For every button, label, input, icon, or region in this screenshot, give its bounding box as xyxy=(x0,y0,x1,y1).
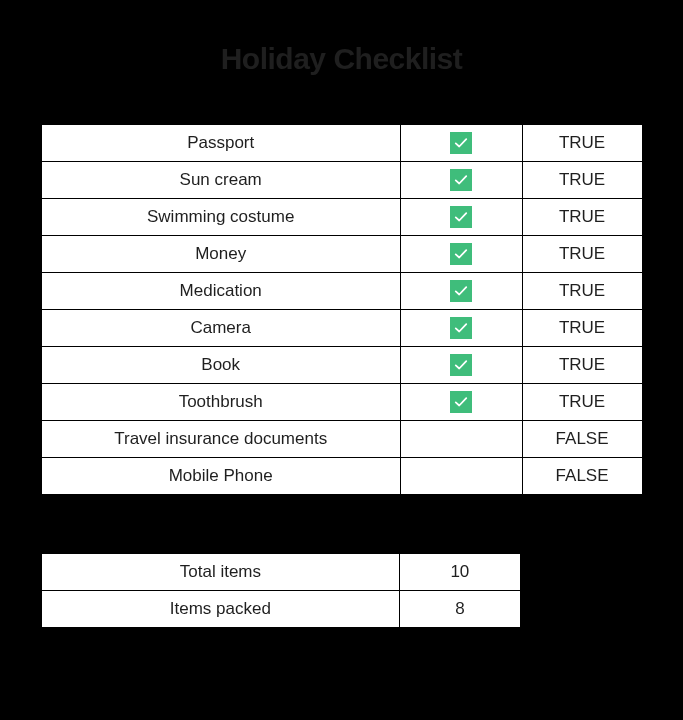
checkmark-icon xyxy=(450,169,472,191)
table-row: ToothbrushTRUE xyxy=(41,384,642,421)
table-row: Mobile PhoneFALSE xyxy=(41,458,642,495)
table-row: MoneyTRUE xyxy=(41,236,642,273)
item-status: TRUE xyxy=(522,199,642,236)
table-row: MedicationTRUE xyxy=(41,273,642,310)
item-name: Sun cream xyxy=(41,162,400,199)
item-name: Medication xyxy=(41,273,400,310)
item-status: TRUE xyxy=(522,384,642,421)
item-status: TRUE xyxy=(522,347,642,384)
item-name: Mobile Phone xyxy=(41,458,400,495)
item-status: TRUE xyxy=(522,125,642,162)
checkmark-icon xyxy=(450,391,472,413)
item-name: Passport xyxy=(41,125,400,162)
checkmark-icon xyxy=(450,280,472,302)
table-row: Swimming costumeTRUE xyxy=(41,199,642,236)
item-check-cell[interactable] xyxy=(400,310,522,347)
item-check-cell[interactable] xyxy=(400,347,522,384)
checkmark-icon xyxy=(450,317,472,339)
item-check-cell[interactable] xyxy=(400,273,522,310)
item-name: Toothbrush xyxy=(41,384,400,421)
item-check-cell[interactable] xyxy=(400,199,522,236)
item-name: Travel insurance documents xyxy=(41,421,400,458)
item-name: Book xyxy=(41,347,400,384)
item-status: FALSE xyxy=(522,458,642,495)
summary-label: Items packed xyxy=(42,591,400,628)
item-check-cell[interactable] xyxy=(400,384,522,421)
item-check-cell[interactable] xyxy=(400,458,522,495)
summary-row-packed: Items packed 8 xyxy=(42,591,521,628)
checkmark-icon xyxy=(450,206,472,228)
item-name: Money xyxy=(41,236,400,273)
item-check-cell[interactable] xyxy=(400,162,522,199)
item-status: TRUE xyxy=(522,162,642,199)
item-status: TRUE xyxy=(522,310,642,347)
checklist-table: PassportTRUESun creamTRUESwimming costum… xyxy=(41,124,643,495)
item-status: FALSE xyxy=(522,421,642,458)
item-name: Swimming costume xyxy=(41,199,400,236)
table-row: Travel insurance documentsFALSE xyxy=(41,421,642,458)
table-row: Sun creamTRUE xyxy=(41,162,642,199)
checkmark-icon xyxy=(450,243,472,265)
item-name: Camera xyxy=(41,310,400,347)
item-status: TRUE xyxy=(522,236,642,273)
table-row: CameraTRUE xyxy=(41,310,642,347)
table-row: BookTRUE xyxy=(41,347,642,384)
summary-table: Total items 10 Items packed 8 xyxy=(41,553,521,628)
summary-label: Total items xyxy=(42,554,400,591)
item-status: TRUE xyxy=(522,273,642,310)
item-check-cell[interactable] xyxy=(400,421,522,458)
checkmark-icon xyxy=(450,132,472,154)
item-check-cell[interactable] xyxy=(400,125,522,162)
summary-row-total: Total items 10 xyxy=(42,554,521,591)
checkmark-icon xyxy=(450,354,472,376)
summary-value: 8 xyxy=(399,591,520,628)
summary-value: 10 xyxy=(399,554,520,591)
item-check-cell[interactable] xyxy=(400,236,522,273)
table-row: PassportTRUE xyxy=(41,125,642,162)
page-title: Holiday Checklist xyxy=(221,42,463,76)
